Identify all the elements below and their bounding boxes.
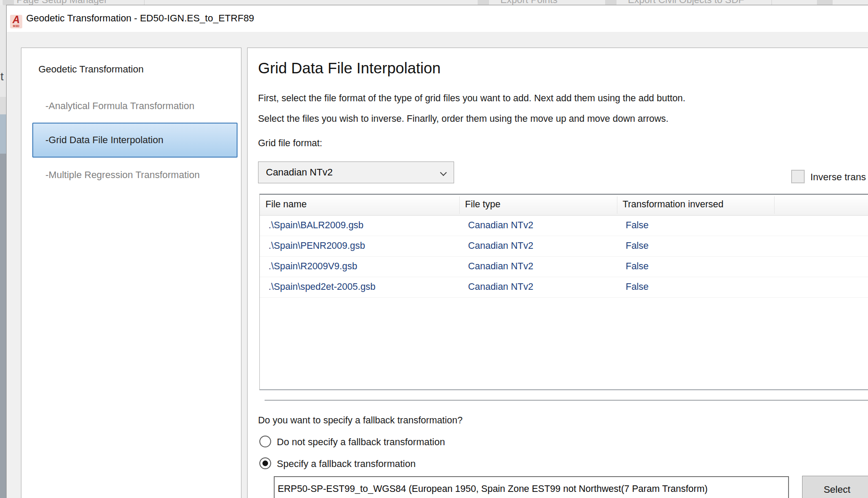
table-row[interactable]: .\Spain\PENR2009.gsb Canadian NTv2 False <box>260 236 868 257</box>
grid-files-table[interactable]: File name File type Transformation inver… <box>259 194 868 390</box>
sidebar-item-analytical-formula[interactable]: -Analytical Formula Transformation <box>45 100 194 112</box>
inverse-transformation-checkbox[interactable] <box>791 170 805 183</box>
cell-file-name: .\Spain\BALR2009.gsb <box>269 220 364 231</box>
dropdown-selected-value: Canadian NTv2 <box>266 167 333 178</box>
cell-file-name: .\Spain\PENR2009.gsb <box>269 240 365 251</box>
cell-inversed: False <box>626 282 649 292</box>
table-row[interactable]: .\Spain\sped2et-2005.gsb Canadian NTv2 F… <box>260 277 868 298</box>
table-header-row: File name File type Transformation inver… <box>260 195 868 216</box>
fallback-transformation-value: ERP50-SP-EST99_to_WGS84 (European 1950, … <box>278 484 708 495</box>
column-divider[interactable] <box>774 196 775 214</box>
chevron-down-icon <box>441 169 447 175</box>
sidebar-item-multiple-regression[interactable]: -Multiple Regression Transformation <box>45 169 200 181</box>
sidebar-header: Geodetic Transformation <box>38 64 144 75</box>
inverse-transformation-label: Inverse trans <box>810 172 866 183</box>
transformation-steps-panel: Geodetic Transformation -Analytical Form… <box>21 48 241 498</box>
grid-data-file-panel: Grid Data File Interpolation First, sele… <box>247 48 868 498</box>
radio-label-do-not-specify[interactable]: Do not specify a fallback transformation <box>277 436 445 448</box>
select-button[interactable]: Select <box>802 476 868 498</box>
fallback-transformation-field[interactable]: ERP50-SP-EST99_to_WGS84 (European 1950, … <box>274 476 789 498</box>
page-title: Grid Data File Interpolation <box>258 59 441 77</box>
cell-file-type: Canadian NTv2 <box>468 261 533 272</box>
section-divider <box>265 400 868 401</box>
sidebar-item-grid-data-file-selected[interactable]: -Grid Data File Interpolation <box>32 123 238 158</box>
table-row[interactable]: .\Spain\R2009V9.gsb Canadian NTv2 False <box>260 257 868 277</box>
grid-file-format-dropdown[interactable]: Canadian NTv2 <box>258 161 454 183</box>
radio-specify-fallback[interactable] <box>259 457 271 469</box>
background-left-text: t <box>0 70 3 83</box>
dialog-titlebar[interactable]: A M3D Geodetic Transformation - ED50-IGN… <box>7 6 868 32</box>
table-row[interactable]: .\Spain\BALR2009.gsb Canadian NTv2 False <box>260 216 868 236</box>
radio-label-specify[interactable]: Specify a fallback transformation <box>277 458 416 470</box>
cell-inversed: False <box>626 220 649 231</box>
cell-file-name: .\Spain\R2009V9.gsb <box>269 261 357 272</box>
fallback-question: Do you want to specify a fallback transf… <box>258 415 462 426</box>
cell-file-type: Canadian NTv2 <box>468 240 533 251</box>
cell-inversed: False <box>626 261 649 272</box>
autocad-map3d-icon: A M3D <box>10 15 22 28</box>
column-header-file-type[interactable]: File type <box>465 199 500 210</box>
screenshot-root: Page Setup Manager Export Points Export … <box>0 0 868 498</box>
column-header-file-name[interactable]: File name <box>265 199 307 210</box>
radio-do-not-specify-fallback[interactable] <box>259 436 271 447</box>
background-left-edge: t <box>0 5 6 498</box>
sidebar-item-label: -Grid Data File Interpolation <box>45 134 163 146</box>
grid-file-format-label: Grid file format: <box>258 138 322 149</box>
cell-file-type: Canadian NTv2 <box>468 220 533 231</box>
column-header-transformation-inversed[interactable]: Transformation inversed <box>623 199 723 210</box>
cell-file-type: Canadian NTv2 <box>468 282 533 292</box>
instructions-line1: First, select the file format of the typ… <box>258 93 685 104</box>
column-divider[interactable] <box>617 196 617 214</box>
cell-file-name: .\Spain\sped2et-2005.gsb <box>269 282 375 292</box>
geodetic-transformation-dialog: A M3D Geodetic Transformation - ED50-IGN… <box>6 5 868 498</box>
instructions-line2: Select the files you wish to inverse. Fi… <box>258 113 668 124</box>
cell-inversed: False <box>626 240 649 251</box>
column-divider[interactable] <box>459 196 460 214</box>
dialog-title: Geodetic Transformation - ED50-IGN.ES_to… <box>26 13 254 24</box>
